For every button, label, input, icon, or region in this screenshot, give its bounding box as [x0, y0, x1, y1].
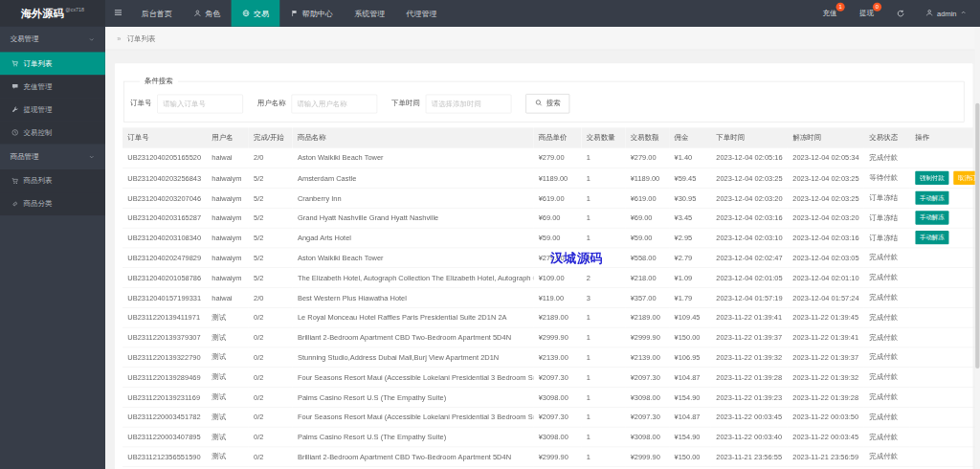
- menu-toggle-button[interactable]: [105, 0, 131, 27]
- cell-order-time: 2023-11-22 00:03:40: [711, 427, 788, 447]
- cell-ratio: 5/2: [249, 208, 293, 228]
- content-card: 条件搜索 订单号用户名称下单时间搜索 订单号用户名完成/开始商品名称商品单价交易…: [115, 63, 973, 469]
- sidebar-item-order-list[interactable]: 订单列表: [0, 52, 105, 75]
- topbar-withdraw-button[interactable]: 提现0: [848, 0, 884, 27]
- cell-amount: ¥2999.90: [625, 327, 669, 347]
- column-header: 完成/开始: [249, 127, 293, 147]
- cell-user: 测试: [207, 367, 249, 387]
- force-pay-button[interactable]: 强制付款: [915, 171, 948, 185]
- cell-user: 测试: [207, 447, 249, 467]
- search-button[interactable]: 搜索: [525, 94, 569, 113]
- cell-product: Aston Waikiki Beach Tower: [293, 248, 534, 268]
- topbar-recharge-button[interactable]: 充值1: [812, 0, 848, 27]
- cell-qty: 1: [581, 407, 625, 427]
- cell-user: 测试: [207, 407, 249, 427]
- cell-ratio: 0/2: [249, 327, 293, 347]
- column-header: 商品单价: [533, 127, 581, 147]
- sidebar-item-withdraw-mgmt[interactable]: 提现管理: [0, 98, 105, 121]
- cell-actions: [910, 407, 976, 427]
- cart-icon: [11, 177, 19, 185]
- cell-price: ¥2999.90: [533, 327, 581, 347]
- order-time-input[interactable]: [426, 94, 512, 113]
- cell-actions: [910, 287, 976, 307]
- cell-actions: [910, 267, 976, 287]
- breadcrumb: » 订单列表: [105, 27, 980, 51]
- sidebar-item-trade-control[interactable]: 交易控制: [0, 121, 105, 144]
- app-logo: 海外源码 @cx718: [0, 0, 105, 27]
- flag-icon: [290, 10, 299, 18]
- page-scrollbar[interactable]: [975, 27, 980, 469]
- column-header: 解冻时间: [788, 127, 864, 147]
- manual-unfreeze-button[interactable]: 手动解冻: [915, 231, 948, 244]
- search-field-label: 用户名称: [257, 99, 286, 108]
- column-header: 交易数量: [581, 127, 625, 147]
- cell-user: 测试: [207, 427, 249, 447]
- user-name-input[interactable]: [292, 94, 378, 113]
- top-nav-help-center[interactable]: 帮助中心: [279, 0, 344, 27]
- top-nav-agency[interactable]: 代理管理: [395, 0, 447, 27]
- top-header: 海外源码 @cx718 后台首页角色交易帮助中心系统管理代理管理 充值1提现0 …: [0, 0, 980, 27]
- page-scrollbar-thumb[interactable]: [975, 103, 979, 368]
- sidebar-item-recharge-mgmt[interactable]: 充值管理: [0, 75, 105, 98]
- column-header: 订单号: [122, 127, 207, 147]
- search-row: 订单号用户名称下单时间搜索: [130, 94, 956, 113]
- cell-commission: ¥2.79: [669, 248, 711, 268]
- top-nav-system[interactable]: 系统管理: [344, 0, 395, 27]
- cell-commission: ¥154.90: [669, 387, 711, 407]
- cell-ratio: 5/2: [249, 168, 293, 188]
- cell-price: ¥59.00: [533, 228, 581, 248]
- top-nav-label: 帮助中心: [302, 9, 333, 18]
- cell-price: ¥2189.00: [533, 307, 581, 327]
- cell-actions: [910, 327, 976, 347]
- top-nav-home[interactable]: 后台首页: [131, 0, 183, 27]
- cell-price: ¥2097.30: [533, 367, 581, 387]
- top-nav-role[interactable]: 角色: [183, 0, 232, 27]
- sidebar-section-trade-mgmt[interactable]: 交易管理: [0, 27, 105, 53]
- cell-commission: ¥104.87: [669, 407, 711, 427]
- sidebar-item-label: 订单列表: [24, 59, 53, 69]
- cell-ratio: 0/2: [249, 447, 293, 467]
- cell-order-time: 2023-12-04 02:01:05: [711, 267, 788, 287]
- cart-icon: [11, 59, 19, 67]
- cell-product: Stunning Studio,Address Dubai Mall,Burj …: [293, 347, 534, 368]
- user-menu[interactable]: admin: [916, 0, 980, 27]
- search-field-order-time: 下单时间: [391, 94, 511, 113]
- refresh-button[interactable]: [885, 0, 917, 27]
- manual-unfreeze-button[interactable]: 手动解冻: [915, 190, 948, 204]
- cell-ratio: 0/2: [249, 387, 293, 407]
- order-no-input[interactable]: [157, 94, 243, 113]
- cell-amount: ¥2189.00: [625, 307, 669, 327]
- cell-price: ¥279.00: [533, 148, 581, 168]
- sidebar-item-label: 充值管理: [24, 82, 53, 92]
- search-field-order-no: 订单号: [130, 94, 243, 113]
- manual-unfreeze-button[interactable]: 手动解冻: [915, 211, 948, 224]
- sidebar-item-goods-category[interactable]: 商品分类: [0, 192, 105, 215]
- cell-actions: [910, 307, 976, 327]
- person-icon: [925, 9, 934, 18]
- cell-unfreeze-time: 2023-12-04 01:57:24: [788, 287, 864, 307]
- cell-order-time: 2023-11-22 01:39:23: [711, 387, 788, 407]
- cell-commission: ¥106.95: [669, 347, 711, 368]
- top-nav-trade[interactable]: 交易: [232, 0, 280, 27]
- cell-unfreeze-time: 2023-12-04 02:05:34: [788, 148, 864, 168]
- table-row: UB2312040203165287haiwaiym5/2Grand Hyatt…: [122, 208, 976, 228]
- cancel-order-button[interactable]: 取消订单: [953, 171, 975, 185]
- sidebar-item-goods-list[interactable]: 商品列表: [0, 169, 105, 192]
- link-icon: [11, 200, 19, 208]
- column-header: 下单时间: [711, 127, 788, 147]
- cell-ratio: 2/0: [249, 148, 293, 168]
- cell-commission: ¥1.40: [669, 148, 711, 168]
- sidebar-section-goods-mgmt[interactable]: 商品管理: [0, 144, 105, 169]
- cell-product: Palms Casino Resort U.S (The Empathy Sui…: [293, 427, 534, 447]
- cell-qty: 1: [581, 208, 625, 228]
- cell-order-no: UB2311220139411971: [122, 307, 207, 327]
- cell-qty: 1: [581, 168, 625, 188]
- cell-amount: ¥59.00: [625, 228, 669, 248]
- sidebar-item-label: 商品列表: [24, 176, 53, 186]
- column-header: 用户名: [207, 127, 249, 147]
- app-logo-text: 海外源码: [21, 6, 64, 20]
- cell-ratio: 0/2: [249, 307, 293, 327]
- cell-order-no: UB2312040203256843: [122, 168, 207, 188]
- cell-ratio: 5/2: [249, 267, 293, 287]
- cell-unfreeze-time: 2023-11-22 00:03:50: [788, 407, 864, 427]
